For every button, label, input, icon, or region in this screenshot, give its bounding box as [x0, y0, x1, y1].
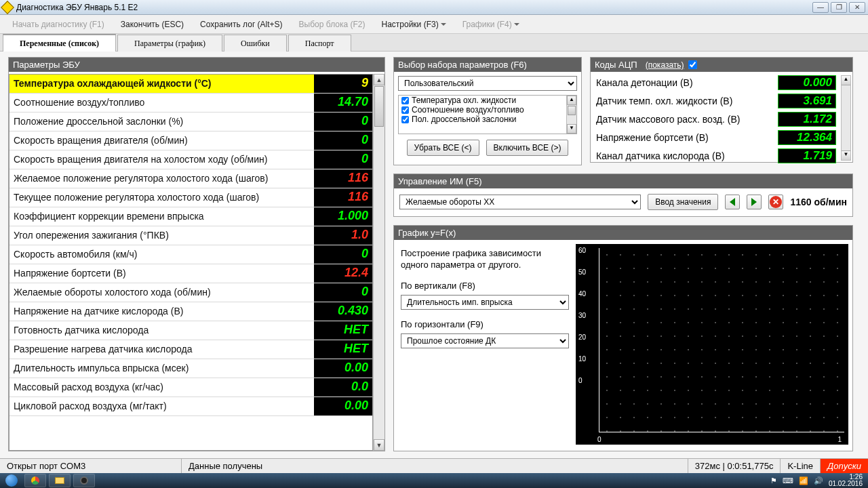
param-row[interactable]: Длительность импульса впрыска (мсек)0.00	[9, 359, 372, 378]
y-tick: 20	[578, 333, 586, 341]
checkbox[interactable]	[401, 106, 409, 114]
tab-variables[interactable]: Переменные (список)	[3, 34, 116, 52]
status-port: Открыт порт COM3	[0, 459, 182, 473]
adc-label: Канал датчика кислорода (В)	[596, 150, 774, 161]
checklist-scrollbar[interactable]: ▲ ▼	[566, 96, 576, 134]
param-label: Скорость вращения двигателя (об/мин)	[9, 131, 314, 150]
param-set-header: Выбор набора параметров (F6)	[394, 58, 581, 72]
param-row[interactable]: Температура охлаждающей жидкости (°C)9	[9, 75, 372, 94]
param-row[interactable]: Скорость автомобиля (км/ч)0	[9, 245, 372, 264]
taskbar-app-icon[interactable]	[73, 474, 95, 487]
system-tray[interactable]: ⚑ ⌨ 📶 🔊 1:26 01.02.2016	[770, 474, 868, 487]
param-row[interactable]: Положение дроссельной заслонки (%)0	[9, 113, 372, 131]
param-check-item[interactable]: Пол. дроссельной заслонки	[399, 115, 576, 124]
adc-row: Канала детонации (В)0.000	[592, 73, 840, 92]
im-header: Управление ИМ (F5)	[394, 174, 852, 188]
scroll-up-icon[interactable]: ▲	[374, 74, 384, 85]
adc-row: Датчик темп. охл. жидкости (В)3.691	[592, 92, 840, 110]
graph-vertical-select[interactable]: Длительность имп. впрыска	[401, 295, 569, 310]
im-enter-button[interactable]: Ввод значения	[648, 194, 718, 210]
param-set-panel: Выбор набора параметров (F6) Пользовател…	[393, 57, 582, 165]
param-label: Массовый расход воздуха (кг/час)	[9, 378, 314, 396]
tab-errors[interactable]: Ошибки	[224, 35, 287, 52]
tray-flag-icon[interactable]: ⚑	[770, 476, 777, 485]
param-value: 0.0	[314, 378, 372, 396]
scroll-up-icon[interactable]: ▲	[842, 76, 850, 85]
param-row[interactable]: Напряжение на датчике кислорода (В)0.430	[9, 302, 372, 321]
im-select[interactable]: Желаемые обороты ХХ	[399, 195, 641, 209]
param-row[interactable]: Коэффициент коррекции времени впрыска1.0…	[9, 207, 372, 226]
adc-show-checkbox[interactable]	[688, 60, 697, 69]
adc-value: 0.000	[778, 75, 836, 90]
param-row[interactable]: Массовый расход воздуха (кг/час)0.0	[9, 378, 372, 397]
scroll-down-icon[interactable]: ▼	[842, 150, 850, 160]
im-cancel-button[interactable]: ✕	[768, 195, 783, 209]
graph-hlabel: По горизонтали (F9)	[401, 319, 569, 329]
taskbar-chrome-icon[interactable]	[24, 474, 46, 487]
param-check-item[interactable]: Соотношение воздух/топливо	[399, 105, 576, 115]
param-value: 0.00	[314, 359, 372, 378]
adc-show-link[interactable]: (показать)	[646, 60, 684, 70]
scroll-down-icon[interactable]: ▼	[374, 439, 384, 451]
param-row[interactable]: Скорость вращения двигателя (об/мин)0	[9, 131, 372, 150]
x-tick: 0	[597, 436, 601, 443]
param-label: Разрешение нагрева датчика кислорода	[9, 340, 314, 359]
param-row[interactable]: Готовность датчика кислородаНЕТ	[9, 321, 372, 340]
param-row[interactable]: Разрешение нагрева датчика кислородаНЕТ	[9, 340, 372, 359]
adc-label: Канала детонации (В)	[596, 77, 774, 88]
status-bar: Открыт порт COM3 Данные получены 372мс |…	[0, 458, 868, 473]
param-set-select[interactable]: Пользовательский	[398, 76, 577, 91]
param-row[interactable]: Желаемое положение регулятора холостого …	[9, 169, 372, 188]
triangle-left-icon	[730, 198, 735, 206]
tab-strip: Переменные (список) Параметры (график) О…	[0, 34, 868, 52]
maximize-button[interactable]: ❐	[831, 2, 847, 13]
taskbar: ⚑ ⌨ 📶 🔊 1:26 01.02.2016	[0, 473, 868, 488]
close-button[interactable]: ✕	[849, 2, 865, 13]
menu-start-diag[interactable]: Начать диагностику (F1)	[12, 20, 104, 29]
param-row[interactable]: Напряжение бортсети (В)12.4	[9, 264, 372, 283]
param-checklist[interactable]: Температура охл. жидкости Соотношение во…	[398, 95, 577, 134]
tray-keyboard-icon[interactable]: ⌨	[783, 476, 793, 485]
checkbox[interactable]	[401, 116, 409, 123]
menu-save-log[interactable]: Сохранить лог (Alt+S)	[200, 20, 283, 29]
param-label: Скорость вращения двигателя на холостом …	[9, 150, 314, 169]
tray-network-icon[interactable]: 📶	[799, 476, 808, 485]
param-row[interactable]: Желаемые обороты холостого хода (об/мин)…	[9, 283, 372, 302]
adc-scrollbar[interactable]: ▲ ▼	[841, 75, 851, 161]
checkbox[interactable]	[401, 97, 409, 104]
param-check-item[interactable]: Температура охл. жидкости	[399, 96, 576, 105]
param-row[interactable]: Текущее положение регулятора холостого х…	[9, 188, 372, 207]
include-all-button[interactable]: Включить ВСЕ (>)	[486, 140, 569, 156]
param-value: 0	[314, 245, 372, 264]
scroll-thumb[interactable]	[568, 106, 576, 115]
scroll-thumb[interactable]	[374, 86, 384, 127]
adc-panel: Коды АЦП (показать) Канала детонации (В)…	[590, 57, 853, 163]
scroll-up-icon[interactable]: ▲	[567, 96, 576, 105]
status-tolerances[interactable]: Допуски	[821, 459, 868, 473]
minimize-button[interactable]: —	[812, 2, 829, 13]
param-label: Температура охлаждающей жидкости (°C)	[9, 75, 314, 93]
adc-value: 12.364	[778, 130, 836, 145]
param-row[interactable]: Угол опережения зажигания (°ПКВ)1.0	[9, 226, 372, 245]
menu-graphs[interactable]: Графики (F4)	[462, 20, 519, 29]
tab-parameters[interactable]: Параметры (график)	[117, 35, 222, 52]
im-prev-button[interactable]	[725, 195, 740, 209]
tray-sound-icon[interactable]: 🔊	[814, 476, 823, 485]
param-row[interactable]: Цикловой расход воздуха (мг/такт)0.00	[9, 397, 372, 416]
param-row[interactable]: Соотношение воздух/топливо14.70	[9, 94, 372, 113]
menu-select-block[interactable]: Выбор блока (F2)	[299, 20, 366, 29]
menu-settings[interactable]: Настройки (F3)	[381, 20, 446, 29]
im-next-button[interactable]	[747, 195, 762, 209]
tab-passport[interactable]: Паспорт	[288, 35, 351, 52]
adc-label: Напряжение бортсети (В)	[596, 132, 774, 143]
menu-stop-diag[interactable]: Закончить (ESC)	[121, 20, 184, 29]
start-button[interactable]	[0, 473, 23, 488]
scroll-down-icon[interactable]: ▼	[567, 124, 576, 134]
taskbar-explorer-icon[interactable]	[49, 474, 71, 487]
remove-all-button[interactable]: Убрать ВСЕ (<)	[407, 140, 479, 156]
param-value: 0	[314, 113, 372, 131]
ecu-params-scrollbar[interactable]: ▲ ▼	[373, 74, 384, 451]
param-row[interactable]: Скорость вращения двигателя на холостом …	[9, 150, 372, 169]
graph-horizontal-select[interactable]: Прошлое состояние ДК	[401, 333, 569, 348]
tray-clock[interactable]: 1:26 01.02.2016	[829, 474, 863, 487]
